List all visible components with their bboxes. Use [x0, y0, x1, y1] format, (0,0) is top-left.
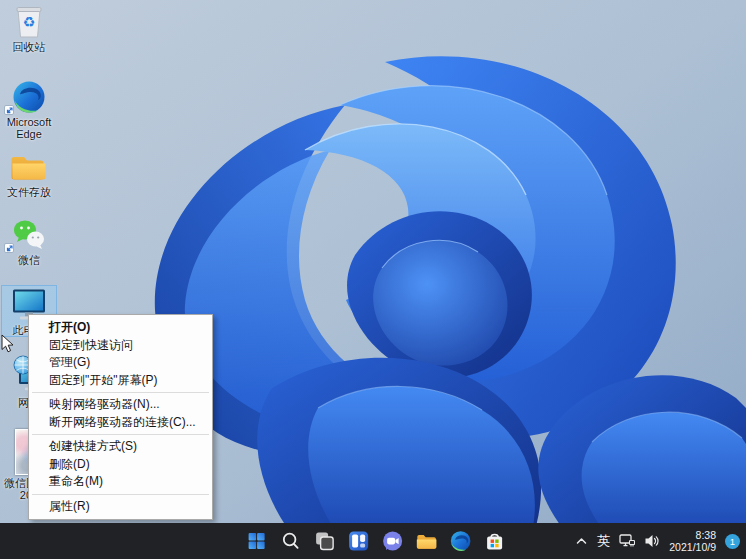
chevron-up-icon: [575, 535, 588, 548]
shortcut-arrow-icon: [4, 243, 14, 253]
clock-time: 8:38: [669, 529, 716, 541]
menu-item-rename[interactable]: 重命名(M): [29, 473, 212, 491]
taskbar-center-icons: [245, 523, 507, 559]
menu-separator: [32, 494, 209, 495]
menu-item-pin-to-start[interactable]: 固定到"开始"屏幕(P): [29, 372, 212, 390]
edge-icon: [2, 78, 56, 115]
chat-button[interactable]: [381, 529, 405, 553]
chat-icon: [382, 530, 404, 552]
icon-label: Microsoft Edge: [2, 117, 56, 140]
widgets-button[interactable]: [347, 529, 371, 553]
clock[interactable]: 8:38 2021/10/9: [669, 529, 716, 553]
recycle-bin-icon: ♻: [2, 3, 56, 40]
volume-button[interactable]: [644, 533, 660, 549]
desktop-icon-edge[interactable]: Microsoft Edge: [2, 78, 56, 140]
menu-item-pin-quick-access[interactable]: 固定到快速访问: [29, 337, 212, 355]
shortcut-arrow-icon: [4, 105, 14, 115]
store-button[interactable]: [483, 529, 507, 553]
menu-separator: [32, 434, 209, 435]
file-explorer-icon: [416, 530, 438, 552]
speaker-icon: [644, 533, 660, 549]
menu-separator: [32, 392, 209, 393]
search-button[interactable]: [279, 529, 303, 553]
network-tray-button[interactable]: [619, 533, 635, 549]
store-icon: [484, 530, 506, 552]
menu-item-manage[interactable]: 管理(G): [29, 354, 212, 372]
ethernet-icon: [619, 533, 635, 549]
context-menu: 打开(O) 固定到快速访问 管理(G) 固定到"开始"屏幕(P) 映射网络驱动器…: [28, 314, 213, 520]
system-tray: 英 8:38 2021/10: [575, 523, 740, 559]
windows-logo-icon: [246, 530, 268, 552]
hidden-icons-button[interactable]: [575, 535, 588, 548]
task-view-icon: [314, 530, 336, 552]
icon-label: 微信: [2, 255, 56, 267]
svg-text:♻: ♻: [23, 14, 36, 30]
menu-item-properties[interactable]: 属性(R): [29, 498, 212, 516]
menu-item-delete[interactable]: 删除(D): [29, 456, 212, 474]
menu-item-create-shortcut[interactable]: 创建快捷方式(S): [29, 438, 212, 456]
ime-indicator[interactable]: 英: [597, 532, 610, 550]
icon-label: 回收站: [2, 42, 56, 54]
notification-badge[interactable]: 1: [725, 534, 740, 549]
search-icon: [280, 530, 302, 552]
desktop-icon-wechat[interactable]: 微信: [2, 216, 56, 267]
menu-item-disconnect-network-drive[interactable]: 断开网络驱动器的连接(C)...: [29, 414, 212, 432]
taskbar: 英 8:38 2021/10: [0, 523, 746, 559]
start-button[interactable]: [245, 529, 269, 553]
widgets-icon: [348, 530, 370, 552]
menu-item-open[interactable]: 打开(O): [29, 319, 212, 337]
mouse-cursor: [1, 334, 14, 357]
wechat-icon: [2, 216, 56, 253]
task-view-button[interactable]: [313, 529, 337, 553]
clock-date: 2021/10/9: [669, 541, 716, 553]
desktop-icon-recycle-bin[interactable]: ♻ 回收站: [2, 3, 56, 54]
edge-icon: [450, 530, 472, 552]
desktop-screen: ♻ 回收站 Mi: [0, 0, 746, 559]
file-explorer-button[interactable]: [415, 529, 439, 553]
menu-item-map-network-drive[interactable]: 映射网络驱动器(N)...: [29, 396, 212, 414]
desktop-icon-files-folder[interactable]: 文件存放: [2, 148, 56, 199]
edge-taskbar-button[interactable]: [449, 529, 473, 553]
icon-label: 文件存放: [2, 187, 56, 199]
folder-icon: [2, 148, 56, 185]
